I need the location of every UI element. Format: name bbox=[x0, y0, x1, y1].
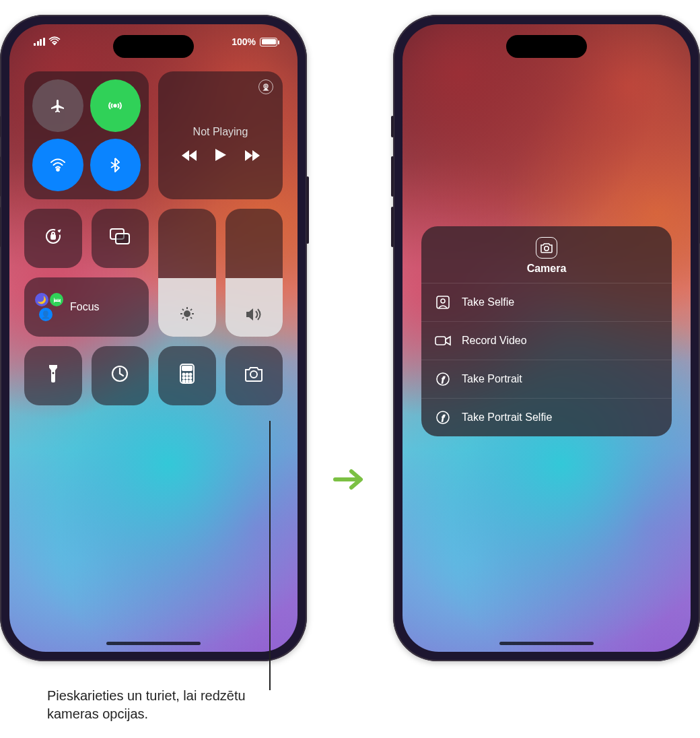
svg-point-21 bbox=[186, 380, 188, 382]
video-icon bbox=[435, 333, 451, 349]
volume-icon bbox=[245, 307, 262, 326]
camera-menu-item-portrait-selfie[interactable]: f Take Portrait Selfie bbox=[421, 398, 672, 436]
flashlight-icon bbox=[48, 364, 59, 389]
menu-item-label: Record Video bbox=[462, 335, 527, 347]
screen-mirroring-button[interactable] bbox=[92, 209, 149, 268]
camera-menu-header: Camera bbox=[421, 226, 672, 283]
connectivity-tile[interactable] bbox=[24, 71, 149, 199]
airplane-icon bbox=[50, 98, 66, 114]
svg-point-23 bbox=[250, 371, 257, 378]
transition-arrow bbox=[334, 467, 366, 492]
iphone-frame-right: Camera Take Selfie Record Video f bbox=[393, 15, 700, 661]
camera-button[interactable] bbox=[225, 346, 283, 405]
iphone-frame-left: 100% bbox=[0, 15, 307, 661]
orientation-lock-icon bbox=[44, 227, 63, 250]
svg-point-10 bbox=[52, 372, 54, 374]
wifi-status-icon bbox=[49, 36, 60, 47]
svg-point-20 bbox=[182, 380, 184, 382]
cellular-icon bbox=[107, 98, 123, 114]
wifi-button[interactable] bbox=[32, 139, 83, 191]
camera-menu-item-video[interactable]: Record Video bbox=[421, 321, 672, 360]
selfie-icon bbox=[435, 294, 451, 310]
menu-item-label: Take Portrait Selfie bbox=[462, 411, 552, 424]
focus-button[interactable]: 🌙🛏👤 Focus bbox=[24, 277, 149, 337]
dynamic-island bbox=[113, 35, 194, 58]
dynamic-island bbox=[506, 35, 587, 58]
airplane-mode-button[interactable] bbox=[32, 79, 83, 132]
media-title: Not Playing bbox=[193, 126, 248, 138]
svg-point-15 bbox=[186, 373, 188, 375]
camera-context-menu: Camera Take Selfie Record Video f bbox=[421, 226, 672, 436]
svg-point-18 bbox=[186, 376, 188, 378]
svg-point-4 bbox=[265, 86, 267, 87]
media-forward-button[interactable] bbox=[245, 147, 260, 165]
menu-item-label: Take Selfie bbox=[462, 296, 514, 308]
control-center: Not Playing bbox=[24, 71, 283, 405]
svg-point-2 bbox=[57, 168, 59, 171]
media-tile[interactable]: Not Playing bbox=[158, 71, 283, 199]
calculator-icon bbox=[180, 364, 195, 389]
brightness-icon bbox=[179, 306, 195, 326]
svg-text:f: f bbox=[442, 375, 445, 383]
orientation-lock-button[interactable] bbox=[24, 209, 82, 268]
svg-rect-27 bbox=[435, 337, 446, 345]
svg-point-14 bbox=[182, 373, 184, 375]
cellular-data-button[interactable] bbox=[90, 79, 141, 132]
focus-label: Focus bbox=[70, 301, 100, 313]
bluetooth-button[interactable] bbox=[90, 139, 141, 191]
camera-menu-item-selfie[interactable]: Take Selfie bbox=[421, 283, 672, 321]
screen-left: 100% bbox=[9, 24, 298, 652]
flashlight-button[interactable] bbox=[24, 346, 82, 405]
screen-right: Camera Take Selfie Record Video f bbox=[403, 24, 691, 652]
figure-stage: 100% bbox=[0, 0, 700, 661]
brightness-slider[interactable] bbox=[158, 209, 216, 337]
svg-point-16 bbox=[189, 373, 191, 375]
svg-rect-13 bbox=[182, 366, 192, 370]
svg-point-9 bbox=[184, 311, 190, 316]
battery-percent: 100% bbox=[232, 36, 256, 47]
svg-point-24 bbox=[545, 246, 549, 250]
svg-rect-8 bbox=[116, 234, 129, 244]
camera-menu-title: Camera bbox=[421, 263, 672, 275]
media-back-button[interactable] bbox=[182, 147, 197, 165]
camera-icon bbox=[244, 366, 264, 387]
airplay-icon[interactable] bbox=[258, 79, 273, 94]
portrait-icon: f bbox=[435, 371, 451, 387]
timer-icon bbox=[110, 364, 129, 388]
camera-icon bbox=[536, 237, 557, 259]
media-play-button[interactable] bbox=[215, 147, 226, 165]
volume-slider[interactable] bbox=[225, 209, 283, 337]
battery-icon bbox=[260, 38, 277, 46]
svg-point-19 bbox=[189, 376, 191, 378]
svg-rect-6 bbox=[51, 235, 55, 239]
figure-caption: Pieskarieties un turiet, lai redzētu kam… bbox=[47, 687, 276, 723]
calculator-button[interactable] bbox=[158, 346, 216, 405]
svg-point-0 bbox=[53, 43, 55, 45]
bluetooth-icon bbox=[110, 157, 120, 173]
callout-leader-line bbox=[269, 421, 271, 690]
svg-point-22 bbox=[189, 380, 191, 382]
svg-text:f: f bbox=[442, 413, 445, 422]
home-indicator bbox=[499, 642, 594, 645]
svg-point-1 bbox=[114, 104, 116, 106]
screen-mirroring-icon bbox=[110, 228, 130, 249]
timer-button[interactable] bbox=[92, 346, 149, 405]
camera-menu-item-portrait[interactable]: f Take Portrait bbox=[421, 360, 672, 398]
svg-rect-25 bbox=[437, 296, 449, 308]
portrait-selfie-icon: f bbox=[435, 409, 451, 426]
menu-item-label: Take Portrait bbox=[462, 373, 522, 385]
wifi-icon bbox=[50, 158, 66, 172]
focus-modes-icon: 🌙🛏👤 bbox=[35, 293, 63, 321]
svg-point-17 bbox=[182, 376, 184, 378]
cellular-signal-icon bbox=[34, 38, 45, 46]
svg-point-26 bbox=[441, 299, 445, 303]
home-indicator bbox=[106, 642, 201, 645]
